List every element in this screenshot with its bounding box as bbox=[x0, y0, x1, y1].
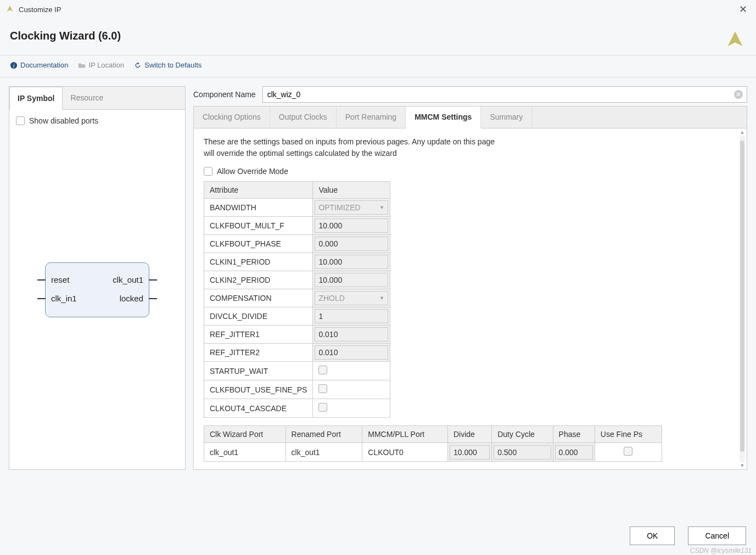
attr-row: COMPENSATIONZHOLD▼ bbox=[204, 289, 390, 307]
attr-row: CLKFBOUT_USE_FINE_PS bbox=[204, 380, 390, 399]
attr-row: CLKFBOUT_PHASE0.000 bbox=[204, 235, 390, 253]
close-icon[interactable]: ✕ bbox=[736, 2, 751, 16]
tab-output-clocks[interactable]: Output Clocks bbox=[270, 106, 337, 128]
attr-row: BANDWIDTHOPTIMIZED▼ bbox=[204, 199, 390, 217]
attr-checkbox bbox=[318, 366, 327, 374]
attr-value-input[interactable]: 0.010 bbox=[315, 327, 388, 341]
settings-desc-1: These are the settings based on inputs f… bbox=[204, 136, 511, 148]
tab-mmcm-settings[interactable]: MMCM Settings bbox=[406, 106, 481, 128]
port-row: clk_out1 clk_out1 CLKOUT0 10.000 0.500 0… bbox=[204, 443, 662, 462]
documentation-link[interactable]: i Documentation bbox=[10, 61, 68, 69]
cell-phase[interactable]: 0.000 bbox=[555, 445, 593, 459]
ip-location-label: IP Location bbox=[88, 61, 124, 69]
th-phase: Phase bbox=[553, 426, 595, 443]
right-panel: Component Name ✕ Clocking Options Output… bbox=[193, 86, 747, 470]
allow-override-label: Allow Override Mode bbox=[217, 167, 288, 176]
attr-row: REF_JITTER20.010 bbox=[204, 344, 390, 362]
locked-wire bbox=[149, 298, 157, 299]
cell-mmcm: CLKOUT0 bbox=[362, 443, 448, 462]
attr-row: DIVCLK_DIVIDE1 bbox=[204, 307, 390, 326]
settings-desc-2: will override the optimal settings calcu… bbox=[204, 148, 511, 159]
attribute-table: Attribute Value BANDWIDTHOPTIMIZED▼CLKFB… bbox=[204, 181, 390, 418]
window-title: Customize IP bbox=[19, 5, 61, 14]
attr-value-input[interactable]: 10.000 bbox=[315, 218, 388, 233]
attr-row: REF_JITTER10.010 bbox=[204, 326, 390, 344]
attr-name: CLKIN1_PERIOD bbox=[204, 253, 313, 271]
content-scrollbar[interactable]: ▲ ▼ bbox=[739, 130, 746, 468]
attr-value-input[interactable]: 10.000 bbox=[315, 255, 388, 269]
attr-checkbox bbox=[318, 403, 327, 412]
value-header: Value bbox=[313, 182, 390, 199]
port-clk-out1: clk_out1 bbox=[113, 275, 143, 284]
component-name-label: Component Name bbox=[193, 90, 256, 99]
watermark: CSDN @icysmile131 bbox=[690, 547, 752, 554]
attr-name: CLKOUT4_CASCADE bbox=[204, 399, 313, 418]
chevron-down-icon: ▼ bbox=[379, 295, 384, 301]
attr-select[interactable]: OPTIMIZED▼ bbox=[315, 200, 388, 215]
attr-name: REF_JITTER2 bbox=[204, 344, 313, 362]
attr-checkbox bbox=[318, 384, 327, 393]
svg-text:i: i bbox=[13, 62, 15, 68]
attr-row: CLKOUT4_CASCADE bbox=[204, 399, 390, 418]
attr-name: CLKIN2_PERIOD bbox=[204, 271, 313, 289]
attr-value-input[interactable]: 10.000 bbox=[315, 273, 388, 287]
scroll-up-icon[interactable]: ▲ bbox=[739, 130, 746, 135]
tab-port-renaming[interactable]: Port Renaming bbox=[337, 106, 406, 128]
th-mmcm: MMCM/PLL Port bbox=[362, 426, 448, 443]
th-renamed: Renamed Port bbox=[285, 426, 362, 443]
attr-name: BANDWIDTH bbox=[204, 199, 313, 217]
port-locked: locked bbox=[120, 294, 143, 303]
th-duty: Duty Cycle bbox=[492, 426, 553, 443]
attr-value-input[interactable]: 1 bbox=[315, 309, 388, 323]
cell-wizport: clk_out1 bbox=[204, 443, 286, 462]
clear-icon[interactable]: ✕ bbox=[734, 90, 743, 99]
attr-row: STARTUP_WAIT bbox=[204, 362, 390, 380]
window-titlebar: Customize IP ✕ bbox=[0, 0, 756, 19]
show-disabled-label: Show disabled ports bbox=[29, 116, 98, 125]
attr-name: COMPENSATION bbox=[204, 289, 313, 307]
settings-tabs: Clocking Options Output Clocks Port Rena… bbox=[193, 106, 747, 128]
clk-in1-wire bbox=[37, 298, 46, 299]
port-table: Clk Wizard Port Renamed Port MMCM/PLL Po… bbox=[204, 425, 662, 462]
allow-override-checkbox[interactable] bbox=[204, 167, 212, 176]
th-divide: Divide bbox=[447, 426, 491, 443]
attr-row: CLKIN1_PERIOD10.000 bbox=[204, 253, 390, 271]
documentation-label: Documentation bbox=[20, 61, 68, 69]
cell-duty[interactable]: 0.500 bbox=[494, 445, 551, 459]
switch-defaults-label: Switch to Defaults bbox=[144, 61, 201, 69]
attr-name: REF_JITTER1 bbox=[204, 326, 313, 344]
switch-defaults-link[interactable]: Switch to Defaults bbox=[134, 61, 201, 69]
info-icon: i bbox=[10, 61, 18, 69]
dialog-footer: OK Cancel bbox=[630, 526, 746, 545]
attr-header: Attribute bbox=[204, 182, 313, 199]
tab-resource[interactable]: Resource bbox=[63, 87, 111, 110]
tab-summary[interactable]: Summary bbox=[481, 106, 532, 128]
th-wizport: Clk Wizard Port bbox=[204, 426, 286, 443]
attr-name: CLKFBOUT_MULT_F bbox=[204, 217, 313, 235]
clk-out1-wire bbox=[149, 279, 157, 281]
attr-row: CLKIN2_PERIOD10.000 bbox=[204, 271, 390, 289]
cell-divide[interactable]: 10.000 bbox=[450, 445, 490, 459]
ip-location-link[interactable]: IP Location bbox=[78, 61, 124, 69]
cancel-button[interactable]: Cancel bbox=[688, 526, 746, 545]
show-disabled-checkbox[interactable] bbox=[16, 116, 25, 125]
attr-value-input[interactable]: 0.010 bbox=[315, 345, 388, 360]
attr-name: CLKFBOUT_PHASE bbox=[204, 235, 313, 253]
attr-select[interactable]: ZHOLD▼ bbox=[315, 291, 388, 305]
tab-ip-symbol[interactable]: IP Symbol bbox=[9, 87, 63, 110]
port-clk-in1: clk_in1 bbox=[51, 294, 77, 303]
folder-icon bbox=[78, 61, 86, 69]
page-header: Clocking Wizard (6.0) bbox=[0, 19, 756, 55]
scroll-down-icon[interactable]: ▼ bbox=[739, 463, 746, 468]
port-reset: reset bbox=[51, 275, 69, 284]
tab-clocking-options[interactable]: Clocking Options bbox=[194, 106, 270, 128]
app-logo-icon bbox=[5, 5, 14, 14]
cell-fineps-checkbox bbox=[624, 447, 632, 456]
attr-value-input[interactable]: 0.000 bbox=[315, 237, 388, 251]
attr-name: CLKFBOUT_USE_FINE_PS bbox=[204, 380, 313, 399]
component-name-input[interactable] bbox=[262, 86, 747, 103]
reset-wire bbox=[37, 279, 46, 281]
refresh-icon bbox=[134, 61, 142, 69]
ok-button[interactable]: OK bbox=[630, 526, 675, 545]
attr-name: STARTUP_WAIT bbox=[204, 362, 313, 380]
